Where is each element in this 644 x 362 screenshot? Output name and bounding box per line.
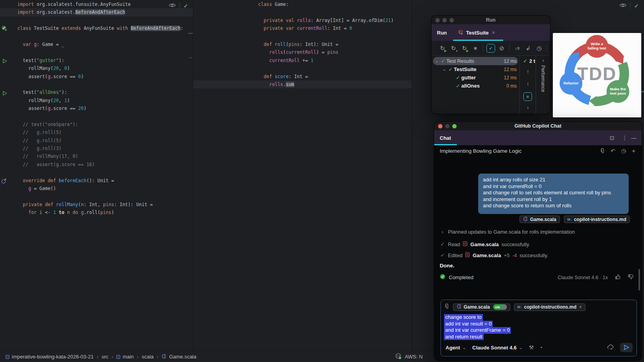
test-tree-row[interactable]: ⌄✓Test Results12 ms (431, 57, 519, 65)
tools-icon[interactable]: ⚒ (529, 344, 534, 351)
close-icon[interactable] (438, 124, 442, 128)
chevron-down-icon[interactable]: ⌄ (519, 345, 523, 350)
zoom-icon[interactable] (452, 124, 457, 128)
scroll-mark (188, 33, 193, 34)
history-icon[interactable]: ◷ (621, 148, 626, 154)
undo-icon[interactable]: ↶ (611, 148, 615, 154)
completed-label: Completed (449, 274, 473, 280)
previous-failed-icon[interactable]: ↑ (520, 68, 536, 75)
chat-input-box[interactable]: Game.scalaONM↓copilot-instructions.md× c… (440, 300, 637, 357)
rerun-tests-icon[interactable]: ↻▶ (437, 45, 448, 52)
new-chat-icon[interactable]: + (632, 148, 635, 155)
test-duration: 12 ms (504, 75, 517, 80)
run-class-gutter-icon[interactable] (1, 25, 8, 33)
step-file-name[interactable]: Game.scala (473, 252, 501, 258)
run-test-gutter-icon[interactable] (2, 90, 7, 97)
test-tree-row[interactable]: ✓gutter12 ms (431, 73, 519, 82)
tab-chat[interactable]: Chat (440, 135, 451, 141)
eye-icon[interactable] (169, 2, 176, 9)
more-options-icon[interactable]: ⋮ (622, 135, 627, 141)
code-line: test("allOnes"): (0, 88, 193, 96)
breadcrumb-label: scala (142, 354, 154, 360)
chip-label: Game.scala (464, 304, 490, 310)
rerun-disabled-icon[interactable]: ↻● (448, 45, 459, 52)
eye-icon[interactable] (619, 2, 627, 9)
breadcrumb-item-imperative-bowling-kata-2026-03-21[interactable]: imperative-bowling-kata-2026-03-21 (6, 354, 94, 360)
breadcrumb-item-main[interactable]: main (116, 354, 134, 360)
minimize-icon[interactable] (445, 124, 450, 128)
code-line: var g: Game = _ (0, 40, 193, 48)
tdd-diagram-image: Write a failing test Make the test pass … (553, 33, 641, 117)
chip-toggle-on[interactable]: ON (493, 304, 507, 310)
tdd-step-label: test pass (610, 91, 626, 95)
chevron-left-icon[interactable]: ‹ (536, 57, 550, 63)
step-verb: Read (448, 241, 460, 247)
minimize-icon[interactable] (442, 18, 447, 22)
breadcrumb-item-game.scala[interactable]: Game.scala (161, 354, 196, 360)
thumbs-down-icon[interactable] (628, 274, 634, 281)
track-running-test-icon[interactable]: ≡ (523, 92, 532, 101)
close-tab-icon[interactable]: × (492, 29, 495, 36)
step-file-name[interactable]: Game.scala (470, 241, 499, 247)
copilot-status-icon[interactable] (395, 353, 402, 360)
context-chip-copilot-instructions-md[interactable]: M↓copilot-instructions.md× (514, 303, 585, 311)
attach-icon[interactable] (600, 148, 605, 155)
inspections-ok-icon[interactable]: ✓ (183, 3, 188, 9)
step-suffix: successfully. (520, 252, 549, 258)
editor-pane-game[interactable]: class Game: private val rolls: Array[Int… (193, 0, 412, 351)
aws-status[interactable]: AWS: N (395, 351, 423, 362)
next-failed-icon[interactable]: ↓ (520, 80, 536, 86)
context-chip-game-scala[interactable]: Game.scala (519, 216, 560, 223)
show-ignored-icon[interactable]: ⊘ (496, 45, 507, 52)
test-tree-row[interactable]: ⌄✓TestSuite12 ms (431, 65, 519, 73)
attach-icon[interactable] (444, 303, 450, 311)
thumbs-up-icon[interactable] (615, 274, 621, 281)
breadcrumb-item-src[interactable]: src (101, 354, 108, 360)
user-message-bubble: add int array rolls of size 21and int va… (478, 174, 629, 214)
chevron-right-icon[interactable]: › (520, 104, 536, 110)
rerun-failed-tests-icon[interactable]: ↻▶ (459, 45, 470, 52)
chat-window-titlebar[interactable]: GitHub Copilot Chat (434, 122, 642, 130)
stop-icon[interactable]: ■ (470, 45, 481, 51)
chat-input-text[interactable]: change score toadd int var result = 0and… (444, 314, 511, 340)
code-text: // rollMany(17, 0) (17, 154, 78, 159)
run-content: ⌄✓Test Results12 ms⌄✓TestSuite12 ms✓gutt… (431, 56, 550, 114)
context-chip-game-scala[interactable]: Game.scalaON (453, 303, 510, 311)
usage-gauge-icon[interactable]: ◔ (539, 344, 543, 351)
test-passed-icon: ✓ (455, 75, 461, 80)
model-dropdown[interactable]: Claude Sonnet 4.6 (472, 345, 517, 351)
chevron-down-icon[interactable]: ⌄ (434, 59, 440, 64)
plan-row[interactable]: › Planned updates to Game.scala for roll… (440, 228, 634, 235)
run-window-titlebar[interactable]: Run (431, 16, 550, 24)
remove-chip-icon[interactable]: × (579, 304, 582, 310)
chevron-down-icon[interactable]: ⌄ (462, 345, 466, 350)
context-chip-copilot-instructions-md[interactable]: M↓copilot-instructions.md (564, 216, 630, 223)
send-button[interactable] (620, 343, 633, 352)
tab-testsuite[interactable]: TestSuite × (458, 29, 495, 37)
test-tree-row[interactable]: ✓allOnes0 ms (431, 82, 519, 90)
run-test-gutter-icon[interactable] (2, 58, 7, 65)
code-text: def score: Int = (258, 74, 308, 79)
hide-icon[interactable]: — (631, 135, 637, 141)
cloud-sync-icon[interactable] (607, 344, 615, 351)
check-icon: ✓ (440, 241, 445, 247)
tab-performance[interactable]: Performance (540, 65, 546, 92)
breadcrumb-item-scala[interactable]: scala (142, 354, 154, 360)
agent-mode-dropdown[interactable]: Agent (446, 345, 460, 351)
toggle-knob (502, 304, 507, 310)
editor-pane-testsuite[interactable]: import org.scalatest.funsuite.AnyFunSuit… (0, 0, 193, 351)
import-test-results-icon[interactable]: ↲ (523, 45, 534, 52)
sort-tests-icon[interactable]: ↓≡ (512, 46, 523, 51)
code-text: test("allOnes"): (17, 90, 67, 95)
zoom-icon[interactable] (450, 18, 454, 22)
open-in-editor-icon[interactable]: ⊡ (610, 135, 615, 141)
inspections-ok-icon[interactable]: ✓ (634, 3, 639, 9)
test-history-icon[interactable]: ◷ (534, 45, 545, 52)
chevron-down-icon[interactable]: ⌄ (441, 67, 447, 72)
code-line: def roll(pins: Int): Unit = (193, 40, 412, 48)
close-icon[interactable] (435, 18, 440, 22)
overrides-gutter-icon[interactable] (1, 177, 7, 186)
scrollbar[interactable] (638, 269, 640, 291)
show-passed-icon[interactable]: ✓ (486, 44, 495, 53)
code-text: private def rollMany(n: Int, pins: Int):… (17, 202, 153, 207)
